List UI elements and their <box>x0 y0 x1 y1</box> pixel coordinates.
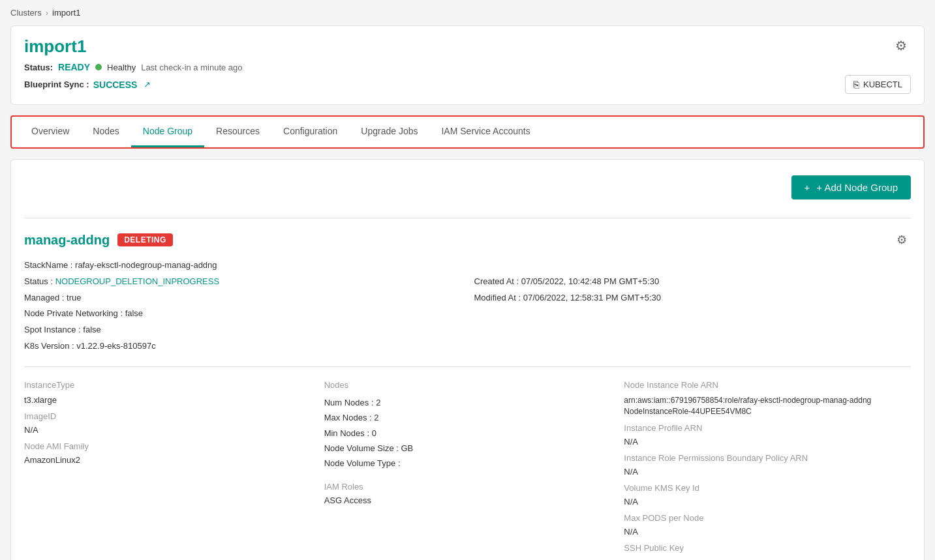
ssh-public-key-title: SSH Public Key <box>624 543 911 553</box>
tabs-container: Overview Nodes Node Group Resources Conf… <box>10 115 925 149</box>
add-node-group-label: + Add Node Group <box>816 182 898 193</box>
ng-info-section: StackName : rafay-eksctl-nodegroup-manag… <box>24 259 911 356</box>
ng-col-arn: Node Instance Role ARN arn:aws:iam::6791… <box>624 380 911 557</box>
nodes-list: Num Nodes : 2 Max Nodes : 2 Min Nodes : … <box>324 395 611 471</box>
tab-nodes[interactable]: Nodes <box>81 117 130 147</box>
ng-col-instance: InstanceType t3.xlarge ImageID N/A Node … <box>24 380 311 557</box>
volume-type: Node Volume Type : <box>324 456 611 471</box>
volume-kms-key-value: N/A <box>624 497 911 507</box>
tab-resources[interactable]: Resources <box>204 117 271 147</box>
ng-title: manag-addng <box>24 233 110 248</box>
nodes-title: Nodes <box>324 380 611 390</box>
node-instance-role-arn-title: Node Instance Role ARN <box>624 380 911 390</box>
breadcrumb-clusters[interactable]: Clusters <box>10 8 42 18</box>
tab-overview[interactable]: Overview <box>20 117 81 147</box>
kubectl-terminal-icon: ⎘ <box>853 79 859 90</box>
health-text: Healthy <box>107 63 136 72</box>
created-at-row: Created At : 07/05/2022, 10:42:48 PM GMT… <box>474 275 912 289</box>
min-nodes: Min Nodes : 0 <box>324 426 611 441</box>
instance-profile-arn-title: Instance Profile ARN <box>624 423 911 433</box>
add-icon: + <box>805 182 810 193</box>
node-ami-family-value: AmazonLinux2 <box>24 455 311 465</box>
ng-columns: InstanceType t3.xlarge ImageID N/A Node … <box>24 375 911 557</box>
cluster-settings-button[interactable]: ⚙ <box>891 37 911 55</box>
status-value: READY <box>58 62 90 72</box>
node-group-card: manag-addng DELETING ⚙ StackName : rafay… <box>24 218 911 557</box>
breadcrumb-current: import1 <box>52 8 80 18</box>
content-area: + + Add Node Group manag-addng DELETING … <box>10 159 925 560</box>
add-btn-row: + + Add Node Group <box>24 170 911 205</box>
ng-divider <box>24 366 911 367</box>
kubectl-label: KUBECTL <box>863 80 902 89</box>
volume-size: Node Volume Size : GB <box>324 441 611 456</box>
external-link-icon[interactable]: ↗ <box>144 80 151 89</box>
header-row: import1 ⚙ <box>24 37 911 57</box>
spot-row: Spot Instance : false <box>24 323 461 337</box>
iam-roles-value: ASG Access <box>324 495 611 505</box>
stack-name-row: StackName : rafay-eksctl-nodegroup-manag… <box>24 259 911 273</box>
image-id-value: N/A <box>24 425 311 435</box>
image-id-title: ImageID <box>24 411 311 421</box>
add-node-group-button[interactable]: + + Add Node Group <box>791 175 911 199</box>
tab-node-group[interactable]: Node Group <box>131 117 204 147</box>
blueprint-label: Blueprint Sync : <box>24 80 89 89</box>
blueprint-value: SUCCESS <box>93 80 138 90</box>
status-info-row: Status : NODEGROUP_DELETION_INPROGRESS <box>24 275 461 289</box>
volume-kms-key-title: Volume KMS Key Id <box>624 483 911 493</box>
health-dot-icon <box>95 64 102 70</box>
ng-col-nodes: Nodes Num Nodes : 2 Max Nodes : 2 Min No… <box>324 380 611 557</box>
k8s-version-row: K8s Version : v1.22.9-eks-810597c <box>24 340 461 353</box>
kubectl-button[interactable]: ⎘ KUBECTL <box>845 75 911 94</box>
cluster-title: import1 <box>24 37 86 57</box>
instance-type-value: t3.xlarge <box>24 395 311 405</box>
main-card: import1 ⚙ Status: READY Healthy Last che… <box>10 25 925 105</box>
instance-role-permissions-value: N/A <box>624 467 911 477</box>
instance-role-permissions-title: Instance Role Permissions Boundary Polic… <box>624 453 911 463</box>
page-container: Clusters › import1 import1 ⚙ Status: REA… <box>0 0 935 560</box>
iam-roles-title: IAM Roles <box>324 482 611 492</box>
blueprint-row: Blueprint Sync : SUCCESS ↗ ⎘ KUBECTL <box>24 75 911 94</box>
breadcrumb: Clusters › import1 <box>10 8 925 18</box>
instance-type-title: InstanceType <box>24 380 311 390</box>
checkin-text: Last check-in a minute ago <box>141 63 242 72</box>
managed-row: Managed : true <box>24 291 461 305</box>
tab-configuration[interactable]: Configuration <box>271 117 349 147</box>
ng-header: manag-addng DELETING ⚙ <box>24 231 911 248</box>
status-row: Status: READY Healthy Last check-in a mi… <box>24 62 911 72</box>
status-label: Status: <box>24 63 53 72</box>
node-ami-family-title: Node AMI Family <box>24 441 311 451</box>
instance-profile-arn-value: N/A <box>624 437 911 447</box>
node-instance-role-arn-value: arn:aws:iam::679196758854:role/rafay-eks… <box>624 395 911 417</box>
network-row: Node Private Networking : false <box>24 307 461 321</box>
max-pods-value: N/A <box>624 527 911 537</box>
ng-status-badge: DELETING <box>117 233 173 246</box>
tab-upgrade-jobs[interactable]: Upgrade Jobs <box>349 117 429 147</box>
breadcrumb-separator: › <box>46 8 48 18</box>
tab-iam-service-accounts[interactable]: IAM Service Accounts <box>429 117 542 147</box>
max-pods-title: Max PODS per Node <box>624 513 911 523</box>
tabs-list: Overview Nodes Node Group Resources Conf… <box>20 117 915 147</box>
ng-settings-button[interactable]: ⚙ <box>893 231 911 248</box>
max-nodes: Max Nodes : 2 <box>324 410 611 425</box>
modified-at-row: Modified At : 07/06/2022, 12:58:31 PM GM… <box>474 291 912 305</box>
num-nodes: Num Nodes : 2 <box>324 395 611 410</box>
